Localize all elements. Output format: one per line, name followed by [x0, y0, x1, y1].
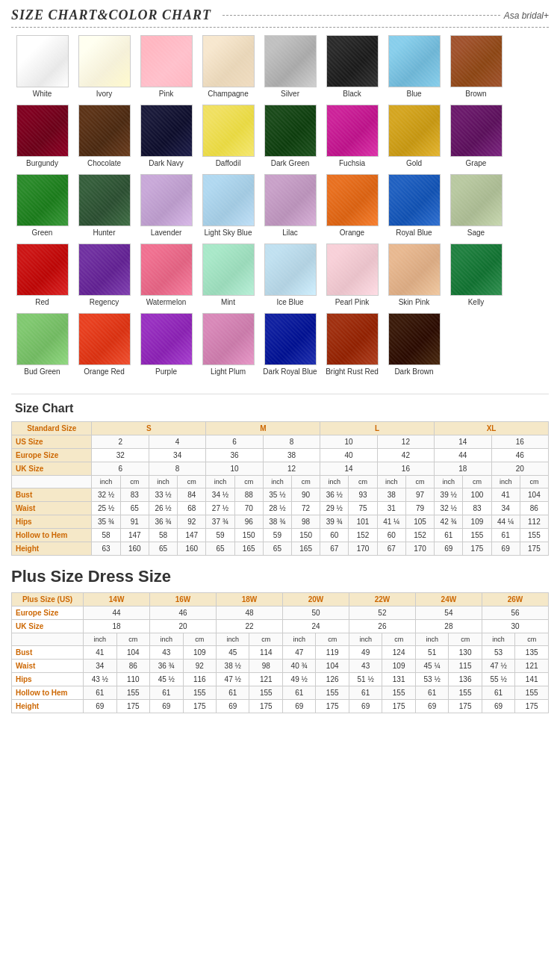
- color-swatch-silver: [264, 35, 317, 87]
- uk-size-label: UK Size: [12, 462, 92, 476]
- color-label-darkgreen: Dark Green: [271, 159, 310, 168]
- size-m-header: M: [206, 422, 320, 435]
- color-label-orange: Orange: [340, 229, 364, 238]
- color-item-green: Green: [11, 174, 73, 238]
- color-swatch-blue: [388, 35, 441, 87]
- color-label-darkroyal: Dark Royal Blue: [263, 367, 317, 376]
- color-swatch-daffodil: [202, 105, 255, 157]
- color-item-pink: Pink: [135, 35, 197, 99]
- color-label-gold: Gold: [406, 159, 422, 168]
- color-swatch-black: [326, 35, 379, 87]
- color-item-iceblue: Ice Blue: [259, 243, 321, 307]
- size-chart-table: Standard Size S M L XL US Size 2 4 6 8 1…: [11, 421, 549, 556]
- color-item-gold: Gold: [383, 105, 445, 168]
- height-row: Height 63160 65160 65165 65165 67170 671…: [12, 542, 549, 556]
- color-swatch-mint: [202, 243, 255, 296]
- color-swatch-darknavy: [140, 105, 193, 157]
- color-label-brightrust: Bright Rust Red: [326, 367, 379, 376]
- color-swatch-orangered: [78, 313, 131, 365]
- color-swatch-iceblue: [264, 243, 317, 296]
- color-label-regency: Regency: [90, 298, 119, 307]
- color-swatch-darkbrown: [388, 313, 441, 365]
- size-chart-title: Size Chart: [11, 402, 549, 415]
- color-label-royalblue: Royal Blue: [396, 229, 432, 238]
- plus-bust-row: Bust 41104 43109 45114 47119 49124 51130…: [12, 646, 549, 660]
- plus-size-section: Plus Size Dress Size Plus Size (US) 14W …: [11, 567, 549, 713]
- color-label-lilac: Lilac: [282, 229, 298, 238]
- color-label-purple: Purple: [155, 367, 177, 376]
- unit-row: inchcm inchcm inchcm inchcm inchcm inchc…: [12, 476, 549, 488]
- color-label-champagne: Champagne: [208, 90, 248, 99]
- plus-hollow-row: Hollow to Hem 61155 61155 61155 61155 61…: [12, 686, 549, 700]
- color-item-burgundy: Burgundy: [11, 105, 73, 168]
- plus-uk-row: UK Size 18 20 22 24 26 28 30: [12, 620, 549, 633]
- color-item-skinpink: Skin Pink: [383, 243, 445, 307]
- color-swatch-ivory: [78, 35, 131, 87]
- color-item-fuchsia: Fuchsia: [321, 105, 383, 168]
- size-l-header: L: [320, 422, 435, 435]
- color-item-daffodil: Daffodil: [197, 105, 259, 168]
- color-swatch-white: [16, 35, 69, 87]
- color-item-darknavy: Dark Navy: [135, 105, 197, 168]
- plus-size-header-row: Plus Size (US) 14W 16W 18W 20W 22W 24W 2…: [12, 593, 549, 607]
- brand-name: Asa bridal+: [504, 10, 549, 21]
- color-swatch-champagne: [202, 35, 255, 87]
- color-label-burgundy: Burgundy: [26, 159, 58, 168]
- hollow-row: Hollow to Hem 58147 58147 59150 59150 60…: [12, 529, 549, 542]
- color-label-budgreen: Bud Green: [24, 367, 60, 376]
- color-item-watermelon: Watermelon: [135, 243, 197, 307]
- color-label-kelly: Kelly: [468, 298, 485, 307]
- color-item-lavender: Lavender: [135, 174, 197, 238]
- color-item-grape: Grape: [445, 105, 507, 168]
- color-item-darkbrown: Dark Brown: [383, 313, 445, 376]
- color-swatch-regency: [78, 243, 131, 296]
- page-container: Size Chart&Color Chart Asa bridal+ White…: [0, 0, 560, 721]
- color-item-silver: Silver: [259, 35, 321, 99]
- color-swatch-hunter: [78, 174, 131, 226]
- color-item-ivory: Ivory: [73, 35, 135, 99]
- color-label-sage: Sage: [467, 229, 485, 238]
- color-swatch-pearlpink: [326, 243, 379, 296]
- waist-row: Waist 25 ½65 26 ½68 27 ½70 28 ½72 29 ½75…: [12, 502, 549, 515]
- color-item-kelly: Kelly: [445, 243, 507, 307]
- color-swatch-gold: [388, 105, 441, 157]
- color-label-orangered: Orange Red: [84, 367, 124, 376]
- color-item-lightplum: Light Plum: [197, 313, 259, 376]
- size-chart-section: Size Chart Standard Size S M L: [11, 402, 549, 556]
- color-label-brown: Brown: [465, 90, 486, 99]
- color-label-lavender: Lavender: [151, 229, 182, 238]
- color-item-orangered: Orange Red: [73, 313, 135, 376]
- color-swatch-chocolate: [78, 105, 131, 157]
- color-label-daffodil: Daffodil: [216, 159, 241, 168]
- color-item-blue: Blue: [383, 35, 445, 99]
- color-swatch-royalblue: [388, 174, 441, 226]
- bust-row: Bust 32 ½83 33 ½84 34 ½88 35 ½90 36 ½93 …: [12, 488, 549, 502]
- color-item-pearlpink: Pearl Pink: [321, 243, 383, 307]
- color-swatch-lightskyblue: [202, 174, 255, 226]
- color-swatch-lavender: [140, 174, 193, 226]
- plus-height-row: Height 69175 69175 69175 69175 69175 691…: [12, 700, 549, 713]
- color-label-grape: Grape: [466, 159, 487, 168]
- color-item-lightskyblue: Light Sky Blue: [197, 174, 259, 238]
- plus-size-title: Plus Size Dress Size: [11, 567, 549, 586]
- color-item-orange: Orange: [321, 174, 383, 238]
- standard-size-label: Standard Size: [12, 422, 92, 435]
- plus-unit-row: inchcm inchcm inchcm inchcm inchcm inchc…: [12, 633, 549, 646]
- color-label-darkbrown: Dark Brown: [394, 367, 433, 376]
- color-item-white: White: [11, 35, 73, 99]
- color-item-hunter: Hunter: [73, 174, 135, 238]
- color-swatch-sage: [450, 174, 503, 226]
- color-grid: WhiteIvoryPinkChampagneSilverBlackBlueBr…: [11, 35, 549, 382]
- color-item-royalblue: Royal Blue: [383, 174, 445, 238]
- color-label-pearlpink: Pearl Pink: [335, 298, 370, 307]
- color-label-iceblue: Ice Blue: [276, 298, 303, 307]
- color-swatch-budgreen: [16, 313, 69, 365]
- plus-hips-row: Hips 43 ½110 45 ½116 47 ½121 49 ½126 51 …: [12, 673, 549, 686]
- section-divider: [11, 394, 549, 394]
- color-swatch-brightrust: [326, 313, 379, 365]
- standard-size-row: Standard Size S M L XL: [12, 422, 549, 435]
- color-item-brightrust: Bright Rust Red: [321, 313, 383, 376]
- color-item-budgreen: Bud Green: [11, 313, 73, 376]
- color-label-red: Red: [35, 298, 49, 307]
- color-label-silver: Silver: [281, 90, 299, 99]
